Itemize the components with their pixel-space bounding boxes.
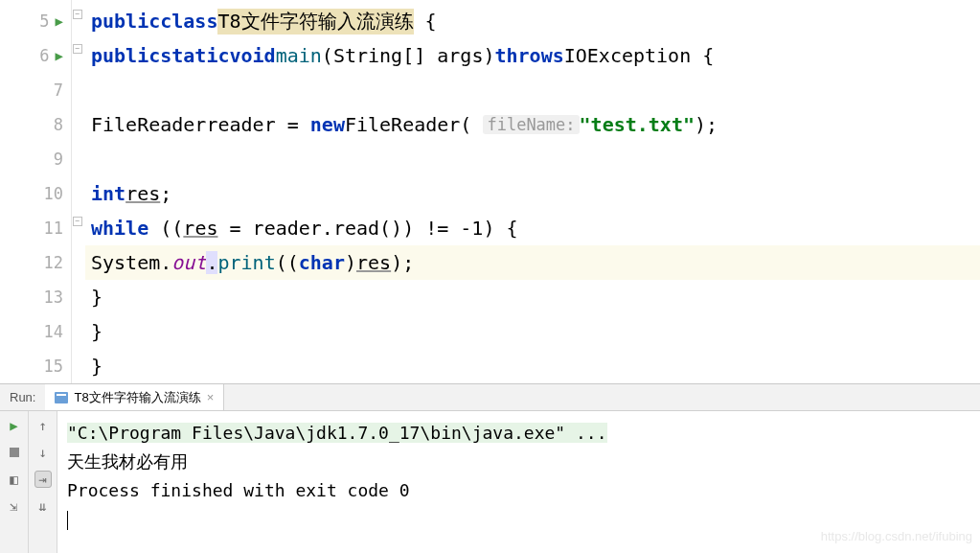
code-line[interactable]: while ((res = reader.read()) != -1) { <box>85 211 980 245</box>
code-line[interactable]: public static void main(String[] args) t… <box>85 38 980 73</box>
rerun-icon[interactable]: ▶ <box>6 417 23 434</box>
code-line[interactable] <box>85 142 980 176</box>
line-number: 6 <box>39 46 49 65</box>
gutter-row[interactable]: 7 <box>0 73 71 107</box>
line-number: 9 <box>54 150 63 169</box>
scroll-to-end-icon[interactable]: ⇊ <box>34 497 52 515</box>
code-line[interactable]: } <box>85 349 980 383</box>
gutter-row[interactable]: 5▶ <box>0 4 71 38</box>
line-number: 10 <box>44 184 63 203</box>
line-number: 5 <box>39 12 49 31</box>
fold-marker-icon[interactable]: − <box>73 217 82 226</box>
run-toolbar-right: ↑ ↓ ⇥ ⇊ <box>29 411 57 553</box>
run-tab[interactable]: T8文件字符输入流演练 × <box>45 384 224 410</box>
run-tool-window: Run: T8文件字符输入流演练 × ▶ ◧ ⇲ ↑ ↓ ⇥ ⇊ "C:\Pro… <box>0 383 980 553</box>
class-name: T8文件字符输入流演练 <box>217 9 413 35</box>
gutter-row[interactable]: 15 <box>0 349 71 383</box>
console-output[interactable]: "C:\Program Files\Java\jdk1.7.0_17\bin\j… <box>57 411 980 553</box>
console-line: Process finished with exit code 0 <box>67 476 970 505</box>
gutter-row[interactable]: 9 <box>0 142 71 176</box>
code-line[interactable]: public class T8文件字符输入流演练 { <box>85 4 980 38</box>
line-number: 8 <box>54 115 63 134</box>
stop-icon[interactable] <box>6 444 23 461</box>
run-tab-title: T8文件字符输入流演练 <box>74 389 200 406</box>
gutter-row[interactable]: 13 <box>0 280 71 314</box>
gutter-row[interactable]: 10 <box>0 176 71 211</box>
code-area[interactable]: public class T8文件字符输入流演练 { public static… <box>85 0 980 383</box>
line-number: 7 <box>54 81 63 100</box>
up-icon[interactable]: ↑ <box>34 417 52 434</box>
caret-icon <box>67 511 68 530</box>
fold-column: − − − <box>72 0 85 383</box>
console-line: 天生我材必有用 <box>67 448 970 476</box>
code-line[interactable]: } <box>85 280 980 314</box>
run-gutter-icon[interactable]: ▶ <box>56 48 63 63</box>
layout-icon[interactable]: ◧ <box>6 471 23 488</box>
close-icon[interactable]: × <box>207 390 215 404</box>
code-line[interactable]: } <box>85 314 980 349</box>
line-number: 15 <box>44 357 63 376</box>
run-header: Run: T8文件字符输入流演练 × <box>0 384 980 411</box>
application-icon <box>55 392 68 403</box>
code-line-current[interactable]: System.out.print((char)res); <box>85 245 980 280</box>
fold-marker-icon[interactable]: − <box>73 10 82 19</box>
run-body: ▶ ◧ ⇲ ↑ ↓ ⇥ ⇊ "C:\Program Files\Java\jdk… <box>0 411 980 553</box>
line-number: 13 <box>44 288 63 307</box>
watermark: https://blog.csdn.net/ifubing <box>821 522 972 551</box>
down-icon[interactable]: ↓ <box>34 444 52 461</box>
exit-icon[interactable]: ⇲ <box>6 497 23 515</box>
code-line[interactable]: FileReader reader = new FileReader( file… <box>85 107 980 142</box>
console-line: "C:\Program Files\Java\jdk1.7.0_17\bin\j… <box>67 419 970 448</box>
line-number: 12 <box>44 253 63 272</box>
gutter-row[interactable]: 11 <box>0 211 71 245</box>
fold-marker-icon[interactable]: − <box>73 44 82 54</box>
line-number: 11 <box>44 219 63 238</box>
gutter-row[interactable]: 6▶ <box>0 38 71 73</box>
run-label: Run: <box>0 390 45 404</box>
run-gutter-icon[interactable]: ▶ <box>56 13 63 29</box>
gutter-row[interactable]: 12 <box>0 245 71 280</box>
parameter-hint: fileName: <box>483 115 579 134</box>
code-editor: 5▶ 6▶ 7 8 9 10 11 12 13 14 15 − − − publ… <box>0 0 980 383</box>
gutter: 5▶ 6▶ 7 8 9 10 11 12 13 14 15 <box>0 0 72 383</box>
gutter-row[interactable]: 8 <box>0 107 71 142</box>
code-line[interactable] <box>85 73 980 107</box>
gutter-row[interactable]: 14 <box>0 314 71 349</box>
run-toolbar-left: ▶ ◧ ⇲ <box>0 411 29 553</box>
soft-wrap-icon[interactable]: ⇥ <box>34 471 52 488</box>
code-line[interactable]: int res; <box>85 176 980 211</box>
line-number: 14 <box>44 322 63 341</box>
